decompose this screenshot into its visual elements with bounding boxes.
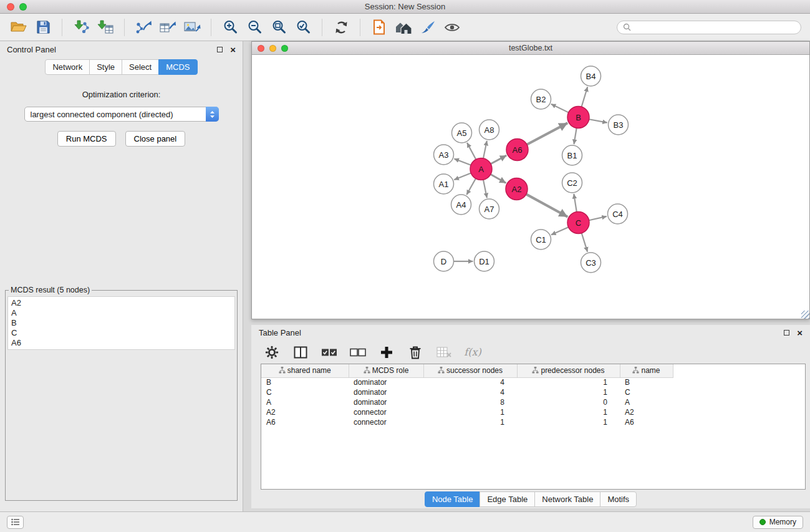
graph-edge-A-A2[interactable] (491, 175, 506, 183)
export-image-button[interactable] (182, 17, 202, 37)
refresh-layout-button[interactable] (331, 17, 351, 37)
graph-edge-C-C1[interactable] (551, 227, 569, 235)
table-cell: C (261, 387, 349, 397)
delete-column-button[interactable] (405, 343, 426, 362)
mcds-result-item[interactable]: A2 (11, 298, 231, 308)
tab-network[interactable]: Network (45, 59, 90, 75)
table-row[interactable]: Cdominator41C (261, 387, 673, 397)
graph-edge-B-B2[interactable] (551, 104, 569, 113)
run-mcds-button[interactable]: Run MCDS (57, 131, 116, 147)
select-all-button[interactable] (319, 343, 340, 362)
tab-motifs[interactable]: Motifs (600, 491, 637, 507)
table-row[interactable]: Adominator80A (261, 397, 673, 407)
export-table-icon (160, 20, 176, 34)
zoom-selected-icon (296, 19, 311, 35)
graph-edge-C-C2[interactable] (574, 194, 577, 212)
home-button[interactable] (393, 17, 413, 37)
delete-table-button[interactable] (433, 343, 455, 362)
network-view-window: testGlobe.txt B4B2BB3A5A8A6B1A3AC2A1A2A4… (251, 41, 810, 319)
export-table-button[interactable] (158, 17, 178, 37)
panel-list-button[interactable] (7, 516, 24, 529)
column-header-MCDS-role[interactable]: MCDS role (349, 364, 423, 377)
minimize-network-window-icon[interactable] (269, 45, 276, 52)
close-table-panel-icon[interactable]: × (797, 329, 803, 336)
save-session-button[interactable] (33, 17, 53, 37)
import-table-button[interactable] (95, 17, 115, 37)
zoom-in-button[interactable] (220, 17, 240, 37)
mcds-result-item[interactable]: B (11, 318, 231, 328)
graph-edge-B-B3[interactable] (589, 119, 607, 122)
import-network-button[interactable] (71, 17, 91, 37)
search-input[interactable] (634, 23, 795, 32)
function-builder-button[interactable]: f(x) (462, 343, 483, 362)
graph-edge-A-A6[interactable] (491, 155, 506, 164)
graph-edge-A-A4[interactable] (466, 178, 476, 195)
table-row[interactable]: A2connector11A2 (261, 407, 673, 417)
zoom-selected-button[interactable] (293, 17, 313, 37)
column-header-predecessor-nodes[interactable]: predecessor nodes (517, 364, 620, 377)
control-panel-header: Control Panel × (0, 41, 243, 57)
paintbrush-icon (420, 20, 436, 35)
close-window-icon[interactable] (7, 3, 14, 11)
network-canvas[interactable]: B4B2BB3A5A8A6B1A3AC2A1A2A4A7C4CC1C3DD1 (252, 55, 809, 319)
graph-node-label: B3 (614, 120, 624, 130)
graph-edge-C-C4[interactable] (589, 216, 607, 220)
search-box[interactable] (617, 21, 801, 34)
mcds-result-item[interactable]: A6 (11, 338, 231, 348)
graph-node-label: C (576, 218, 581, 228)
export-network-button[interactable] (133, 17, 153, 37)
zoom-network-window-icon[interactable] (281, 45, 288, 52)
graph-edge-A2-C[interactable] (526, 194, 568, 216)
close-network-window-icon[interactable] (258, 45, 264, 52)
graph-edge-A-A7[interactable] (483, 180, 487, 198)
graph-edge-A6-B[interactable] (527, 123, 567, 145)
graph-edge-C-C3[interactable] (582, 233, 587, 252)
column-header-shared-name[interactable]: shared name (261, 364, 349, 377)
graph-edge-B-B1[interactable] (574, 128, 576, 144)
resize-handle[interactable] (801, 311, 809, 319)
float-panel-icon[interactable] (217, 47, 223, 52)
open-session-button[interactable] (9, 17, 29, 37)
table-settings-button[interactable] (261, 343, 282, 362)
mcds-result-item[interactable]: A (11, 308, 231, 318)
add-column-button[interactable] (376, 343, 397, 362)
show-columns-button[interactable] (290, 343, 311, 362)
graph-edge-A-A5[interactable] (467, 143, 476, 160)
zoom-fit-button[interactable] (269, 17, 289, 37)
graph-edge-B-B4[interactable] (582, 87, 588, 107)
memory-button[interactable]: Memory (753, 516, 803, 529)
tab-select[interactable]: Select (122, 59, 159, 75)
table-cell: A (620, 397, 673, 407)
zoom-window-icon[interactable] (19, 3, 27, 11)
graph-node-label: A7 (485, 205, 494, 214)
tab-node-table[interactable]: Node Table (425, 491, 481, 507)
open-document-button[interactable] (369, 17, 389, 37)
graph-node-label: A3 (439, 150, 449, 160)
table-row[interactable]: A6connector11A6 (261, 417, 673, 427)
criterion-dropdown[interactable]: largest connected component (directed) (24, 107, 219, 122)
show-details-button[interactable] (442, 17, 462, 37)
tab-edge-table[interactable]: Edge Table (480, 491, 535, 507)
close-panel-button[interactable]: Close panel (125, 131, 186, 147)
table-cell: dominator (349, 397, 423, 407)
graph-edge-A-A8[interactable] (483, 141, 487, 158)
tab-style[interactable]: Style (89, 59, 122, 75)
tab-network-table[interactable]: Network Table (534, 491, 600, 507)
main-content: Control Panel × NetworkStyleSelectMCDS O… (0, 41, 810, 511)
table-row[interactable]: Bdominator41B (261, 377, 673, 387)
column-header-successor-nodes[interactable]: successor nodes (423, 364, 517, 377)
window-controls (7, 3, 27, 11)
tab-mcds[interactable]: MCDS (158, 59, 197, 75)
mcds-result-item[interactable]: C (11, 328, 231, 338)
float-table-panel-icon[interactable] (784, 330, 789, 336)
graph-edge-A-A3[interactable] (454, 158, 471, 165)
column-header-name[interactable]: name (620, 364, 673, 377)
close-panel-icon[interactable]: × (230, 46, 236, 53)
paint-details-button[interactable] (418, 17, 438, 37)
mcds-result-list[interactable]: A2ABCA6 (7, 296, 235, 350)
graph-edge-A-A1[interactable] (454, 173, 471, 180)
dropdown-stepper-icon (206, 107, 219, 122)
node-table-container[interactable]: shared nameMCDS rolesuccessor nodesprede… (261, 364, 806, 490)
deselect-all-button[interactable] (347, 343, 369, 362)
zoom-out-button[interactable] (244, 17, 264, 37)
